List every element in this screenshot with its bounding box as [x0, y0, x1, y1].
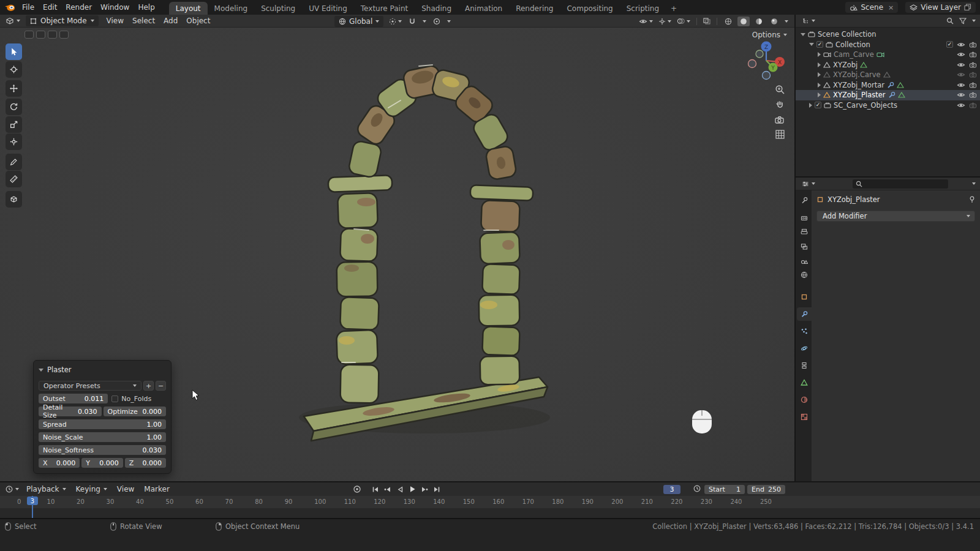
play-reverse-button[interactable] — [394, 485, 405, 494]
viewport-menu-item[interactable]: View — [102, 15, 128, 26]
orthographic-grid-icon[interactable] — [775, 129, 785, 140]
disclosure-icon[interactable] — [818, 72, 821, 77]
filter-dropdown[interactable] — [972, 20, 976, 22]
previous-keyframe-button[interactable] — [382, 485, 393, 494]
editor-type-selector[interactable] — [4, 17, 22, 24]
outliner-row-cam-carve[interactable]: Cam_Carve — [796, 50, 980, 60]
stone-archway-model[interactable] — [268, 42, 550, 446]
disable-render-icon[interactable] — [969, 72, 977, 78]
shading-solid-button[interactable] — [737, 17, 750, 26]
editor-type-selector[interactable] — [800, 18, 817, 24]
viewport-widget-icon[interactable] — [36, 31, 45, 39]
detail-size-field[interactable]: Detail Size 0.030 — [39, 407, 102, 416]
workspace-tab-modeling[interactable]: Modeling — [208, 2, 255, 15]
gizmo-axis-neg-y[interactable] — [756, 50, 763, 58]
workspace-tab-uv-editing[interactable]: UV Editing — [302, 2, 354, 15]
collection-checkbox[interactable]: ✓ — [816, 41, 823, 48]
noise-scale-field[interactable]: Noise_Scale 1.00 — [39, 432, 166, 442]
filter-funnel-icon[interactable] — [959, 18, 967, 24]
disclosure-icon[interactable] — [818, 52, 821, 57]
outliner-row-sc-carve-objects[interactable]: ✓ SC_Carve_Objects — [796, 100, 980, 111]
workspace-tab-shading[interactable]: Shading — [415, 2, 458, 15]
workspace-tab-texture-paint[interactable]: Texture Paint — [354, 2, 415, 15]
hide-eye-icon[interactable] — [957, 82, 965, 88]
playhead[interactable]: 3 — [27, 496, 38, 518]
new-view-layer-icon[interactable] — [964, 4, 971, 11]
spread-field[interactable]: Spread 1.00 — [39, 419, 166, 429]
scene-unlink-button[interactable]: × — [888, 4, 894, 12]
view-layer-selector[interactable]: View Layer — [905, 2, 976, 13]
preview-range-clock-icon[interactable] — [693, 485, 701, 492]
viewport-3d[interactable]: Object Mode ViewSelectAddObject Global — [0, 15, 794, 481]
object-type-visibility-dropdown[interactable] — [638, 18, 654, 25]
outliner-row-xyzobj[interactable]: XYZobj — [796, 60, 980, 70]
auto-keying-toggle[interactable] — [353, 485, 361, 493]
tab-texture[interactable] — [797, 410, 812, 424]
disclosure-icon[interactable] — [818, 92, 821, 97]
tab-material[interactable] — [797, 393, 812, 407]
disclosure-icon[interactable] — [809, 43, 814, 46]
tab-object-data[interactable] — [797, 376, 812, 389]
disclosure-icon[interactable] — [818, 62, 821, 67]
properties-search-input[interactable] — [853, 179, 948, 189]
jump-to-start-button[interactable] — [370, 485, 380, 494]
zoom-icon[interactable] — [775, 84, 785, 95]
topbar-menu-item[interactable]: File — [18, 2, 39, 13]
topbar-menu-item[interactable]: Edit — [39, 2, 61, 13]
y-field[interactable]: Y 0.000 — [81, 458, 123, 468]
viewport-options-dropdown[interactable]: Options — [752, 31, 787, 39]
collection-checkbox[interactable]: ✓ — [815, 102, 821, 108]
scale-tool[interactable] — [6, 116, 22, 133]
transform-tool[interactable] — [6, 133, 22, 150]
no-folds-checkbox[interactable]: No_Folds — [110, 394, 166, 403]
workspace-tab-scripting[interactable]: Scripting — [620, 2, 666, 15]
rotate-tool[interactable] — [6, 99, 22, 115]
gizmos-dropdown[interactable] — [657, 17, 673, 26]
object-mode-dropdown[interactable]: Object Mode — [26, 15, 99, 26]
topbar-menu-item[interactable]: Render — [61, 2, 96, 13]
shading-rendered-button[interactable] — [768, 17, 780, 26]
disable-render-icon[interactable] — [969, 92, 977, 98]
play-button[interactable] — [407, 485, 417, 494]
tweak-select-tool[interactable] — [6, 43, 22, 60]
disable-render-icon[interactable] — [969, 42, 977, 48]
workspace-tab-animation[interactable]: Animation — [458, 2, 509, 15]
tab-constraints[interactable] — [797, 359, 812, 372]
proportional-editing-toggle[interactable] — [432, 17, 442, 26]
properties-filter-dropdown[interactable] — [972, 182, 976, 185]
tab-world[interactable] — [797, 268, 812, 282]
shading-settings-dropdown[interactable] — [783, 20, 790, 23]
measure-tool[interactable] — [6, 171, 22, 187]
z-field[interactable]: Z 0.000 — [125, 458, 166, 468]
search-icon[interactable] — [946, 17, 954, 24]
tab-object[interactable] — [797, 290, 812, 304]
view-menu[interactable]: View — [113, 484, 138, 495]
workspace-tab-layout[interactable]: Layout — [169, 2, 208, 15]
hide-eye-icon[interactable] — [957, 62, 965, 68]
workspace-tab-rendering[interactable]: Rendering — [509, 2, 560, 15]
disable-render-icon[interactable] — [969, 82, 977, 88]
exclude-checkbox[interactable]: ✓ — [946, 41, 953, 48]
viewport-menu-item[interactable]: Object — [182, 15, 214, 26]
xray-toggle[interactable] — [702, 17, 712, 25]
outliner-row-xyzobj-carve[interactable]: XYZobj.Carve — [796, 70, 980, 80]
playback-menu[interactable]: Playback — [22, 484, 70, 495]
jump-to-end-button[interactable] — [431, 485, 442, 494]
move-tool[interactable] — [6, 80, 22, 97]
overlays-dropdown[interactable] — [676, 17, 692, 25]
camera-view-icon[interactable] — [774, 115, 785, 124]
shading-wireframe-button[interactable] — [722, 17, 734, 26]
next-keyframe-button[interactable] — [419, 485, 429, 494]
topbar-menu-item[interactable]: Window — [96, 2, 134, 13]
disable-render-icon[interactable] — [969, 102, 977, 108]
outliner-row-xyzobj-mortar[interactable]: XYZobj_Mortar — [796, 80, 980, 91]
disable-render-icon[interactable] — [969, 62, 977, 68]
disable-render-icon[interactable] — [969, 51, 977, 58]
current-frame-field[interactable]: 3 — [663, 485, 680, 494]
timeline-ruler[interactable]: 0102030405060708090100110120130140150160… — [0, 496, 980, 518]
frame-end-field[interactable]: End250 — [747, 485, 785, 494]
add-cube-tool[interactable] — [6, 191, 22, 208]
hide-eye-icon[interactable] — [957, 92, 965, 98]
editor-type-selector[interactable] — [800, 181, 817, 187]
keying-menu[interactable]: Keying — [72, 484, 111, 495]
